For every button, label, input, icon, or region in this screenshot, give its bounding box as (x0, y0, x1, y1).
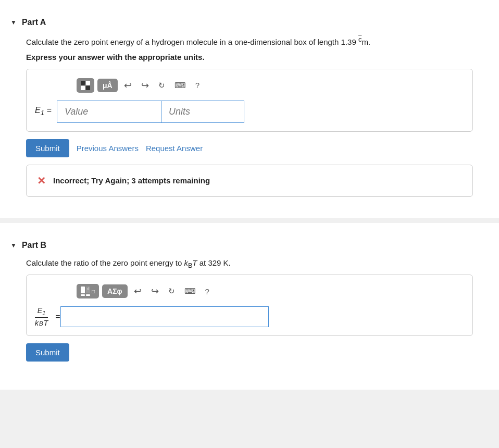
chevron-down-icon-b: ▼ (10, 242, 17, 249)
part-b-header[interactable]: ▼ Part B (0, 233, 499, 257)
fraction-bottom: kBT (35, 319, 48, 327)
part-b-toolbar: √ □ ΑΣφ ↩ ↪ ↻ ⌨ ? (35, 283, 464, 299)
part-divider (0, 218, 499, 223)
previous-answers-link[interactable]: Previous Answers (77, 144, 139, 153)
part-a-action-row: Submit Previous Answers Request Answer (26, 139, 473, 157)
part-b-title: Part B (22, 241, 46, 250)
part-a-section: ▼ Part A Calculate the zero point energy… (0, 0, 499, 218)
fraction-equals: = (55, 312, 60, 321)
request-answer-link[interactable]: Request Answer (146, 144, 203, 153)
part-a-question: Calculate the zero point energy of a hyd… (26, 34, 473, 48)
fraction-top: E1 (38, 306, 46, 316)
refresh-button-b[interactable]: ↻ (165, 284, 178, 298)
help-button-b[interactable]: ? (202, 285, 213, 298)
grid-template-button[interactable] (77, 78, 94, 93)
part-a-title: Part A (22, 18, 46, 27)
undo-button[interactable]: ↩ (121, 78, 135, 93)
mu-button[interactable]: μÅ (97, 79, 118, 92)
part-b-input-row: E1 kBT = (35, 306, 464, 327)
units-input[interactable] (161, 101, 244, 123)
alpha-button[interactable]: ΑΣφ (102, 284, 128, 298)
part-b-answer-box: √ □ ΑΣφ ↩ ↪ ↻ ⌨ ? E1 (26, 275, 473, 336)
part-a-answer-box: μÅ ↩ ↪ ↻ ⌨ ? E1 = (26, 69, 473, 132)
part-b-content: Calculate the ratio of the zero point en… (0, 257, 499, 380)
error-text: Incorrect; Try Again; 3 attempts remaini… (53, 176, 210, 185)
part-b-action-row: Submit (26, 343, 473, 362)
fraction-label: E1 kBT (35, 306, 48, 327)
help-button[interactable]: ? (192, 79, 203, 92)
submit-button-b[interactable]: Submit (26, 343, 69, 362)
keyboard-button[interactable]: ⌨ (171, 79, 189, 92)
submit-button[interactable]: Submit (26, 139, 69, 157)
keyboard-button-b[interactable]: ⌨ (181, 284, 199, 298)
error-icon: ✕ (37, 175, 46, 187)
refresh-button[interactable]: ↻ (155, 79, 168, 92)
ratio-input[interactable] (60, 306, 269, 327)
redo-button-b[interactable]: ↪ (148, 283, 162, 299)
part-b-section: ▼ Part B Calculate the ratio of the zero… (0, 223, 499, 390)
error-box: ✕ Incorrect; Try Again; 3 attempts remai… (26, 165, 473, 197)
value-input[interactable] (57, 101, 161, 123)
part-b-question: Calculate the ratio of the zero point en… (26, 257, 473, 271)
part-a-input-row: E1 = (35, 101, 464, 123)
part-a-toolbar: μÅ ↩ ↪ ↻ ⌨ ? (35, 78, 464, 93)
undo-button-b[interactable]: ↩ (131, 283, 145, 299)
part-a-header[interactable]: ▼ Part A (0, 10, 499, 34)
part-a-input-label: E1 = (35, 106, 52, 117)
part-a-instruction: Express your answer with the appropriate… (26, 53, 473, 61)
part-a-content: Calculate the zero point energy of a hyd… (0, 34, 499, 207)
chevron-down-icon: ▼ (10, 19, 17, 26)
redo-button[interactable]: ↪ (138, 78, 152, 93)
matrix-button[interactable]: √ □ (77, 284, 99, 298)
